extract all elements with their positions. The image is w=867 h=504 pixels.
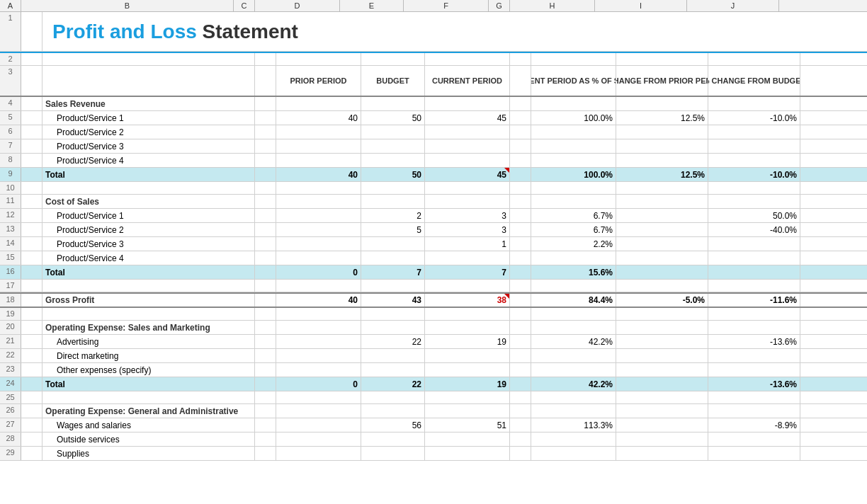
gross-profit-pct-prior: -5.0%	[616, 294, 708, 307]
cell-f11	[425, 195, 510, 208]
row-20-opsm-heading: 20 Operating Expense: Sales and Marketin…	[0, 321, 867, 335]
col-header-a: A	[0, 0, 21, 11]
opsm-item3-name: Other expenses (specify)	[42, 363, 255, 377]
cell-c23	[255, 363, 276, 377]
sr-total-prior: 40	[276, 168, 361, 181]
cell-g29	[510, 447, 531, 460]
sr-item3-budget	[361, 139, 425, 153]
cell-b2	[42, 53, 255, 65]
row-num-26: 26	[0, 404, 21, 418]
opsm-item1-pct-budget: -13.6%	[708, 335, 800, 348]
cell-f26	[425, 404, 510, 418]
cell-d26	[276, 404, 361, 418]
header-current-pct-sales: CURRENT PERIOD AS % OF SALES	[531, 66, 616, 96]
sr-item1-prior: 40	[276, 111, 361, 125]
sr-item4-pct-budget	[708, 154, 800, 167]
cos-item1-pct-budget: 50.0%	[708, 209, 800, 222]
row-26-opga-heading: 26 Operating Expense: General and Admini…	[0, 404, 867, 418]
cell-d11	[276, 195, 361, 208]
cell-j17	[708, 280, 800, 292]
cos-total-pct-prior	[616, 265, 708, 279]
cell-f4	[425, 97, 510, 110]
cell-a2	[21, 53, 42, 65]
row-13: 13 Product/Service 2 5 3 6.7% -40.0%	[0, 223, 867, 237]
cell-h19	[531, 308, 616, 320]
cos-item3-budget	[361, 237, 425, 251]
cell-a3	[21, 66, 42, 96]
row-num-22: 22	[0, 349, 21, 362]
opga-item2-name: Outside services	[42, 433, 255, 446]
row-num-15: 15	[0, 251, 21, 265]
cell-g17	[510, 280, 531, 292]
opga-item1-current: 51	[425, 418, 510, 432]
row-9-sr-total: 9 Total 40 50 45 100.0% 12.5% -10.0%	[0, 168, 867, 182]
cell-f19	[425, 308, 510, 320]
title-statement: Statement	[203, 21, 298, 42]
row-num-8: 8	[0, 154, 21, 167]
column-headers: A B C D E F G H I J	[0, 0, 867, 12]
cell-g13	[510, 223, 531, 236]
opga-item1-pct-prior	[616, 418, 708, 432]
row-28: 28 Outside services	[0, 433, 867, 447]
opga-item3-pct-budget	[708, 447, 800, 460]
cell-h2	[531, 53, 616, 65]
cos-item2-current: 3	[425, 223, 510, 236]
cell-c26	[255, 404, 276, 418]
cell-f20	[425, 321, 510, 334]
cell-g21	[510, 335, 531, 348]
opsm-item1-budget: 22	[361, 335, 425, 348]
title-profit-loss: Profit and Loss	[52, 21, 197, 42]
cell-g10	[510, 182, 531, 194]
cell-b10	[42, 182, 255, 194]
cell-j26	[708, 404, 800, 418]
cell-c3	[255, 66, 276, 96]
opga-item3-prior	[276, 447, 361, 460]
cell-a26	[21, 404, 42, 418]
opsm-item3-current	[425, 363, 510, 377]
cell-f25	[425, 391, 510, 403]
opsm-item1-pct-prior	[616, 335, 708, 348]
cell-i20	[616, 321, 708, 334]
cell-c18	[255, 294, 276, 307]
opsm-total-prior: 0	[276, 377, 361, 391]
header-pct-change-budget: % CHANGE FROM BUDGET	[708, 66, 800, 96]
cell-c10	[255, 182, 276, 194]
opga-item1-pct-sales: 113.3%	[531, 418, 616, 432]
row-num-19: 19	[0, 308, 21, 320]
cell-a1	[21, 12, 42, 51]
opsm-item2-name: Direct marketing	[42, 349, 255, 362]
cos-item2-prior	[276, 223, 361, 236]
cell-g3	[510, 66, 531, 96]
cell-c13	[255, 223, 276, 236]
opga-item2-pct-budget	[708, 433, 800, 446]
cell-g7	[510, 139, 531, 153]
row-1-title: 1 Profit and Loss Statement	[0, 12, 867, 52]
cell-j19	[708, 308, 800, 320]
cell-h10	[531, 182, 616, 194]
cell-d4	[276, 97, 361, 110]
sales-revenue-heading: Sales Revenue	[42, 97, 255, 110]
cell-a10	[21, 182, 42, 194]
sr-item3-pct-sales	[531, 139, 616, 153]
sr-item4-pct-sales	[531, 154, 616, 167]
cos-item4-pct-sales	[531, 251, 616, 265]
row-4-sales-heading: 4 Sales Revenue	[0, 97, 867, 111]
cell-d25	[276, 391, 361, 403]
cell-a19	[21, 308, 42, 320]
gross-profit-pct-sales: 84.4%	[531, 294, 616, 307]
opsm-item2-prior	[276, 349, 361, 362]
cell-a27	[21, 418, 42, 432]
opsm-heading: Operating Expense: Sales and Marketing	[42, 321, 255, 334]
opsm-item1-pct-sales: 42.2%	[531, 335, 616, 348]
gross-profit-prior: 40	[276, 294, 361, 307]
cell-g15	[510, 251, 531, 265]
row-num-4: 4	[0, 97, 21, 110]
cell-j25	[708, 391, 800, 403]
opsm-item3-prior	[276, 363, 361, 377]
cell-g20	[510, 321, 531, 334]
cell-g27	[510, 418, 531, 432]
cell-h4	[531, 97, 616, 110]
sr-item4-current	[425, 154, 510, 167]
cell-c11	[255, 195, 276, 208]
cell-e26	[361, 404, 425, 418]
